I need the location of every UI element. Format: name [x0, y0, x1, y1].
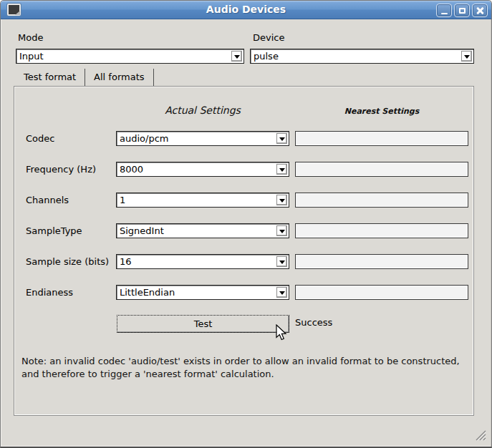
audio-devices-window: Audio Devices Mode Input Device pulse Te… — [0, 0, 492, 448]
codec-value: audio/pcm — [120, 132, 274, 145]
window-title: Audio Devices — [1, 4, 491, 15]
chevron-down-icon[interactable] — [276, 195, 287, 205]
chevron-down-icon[interactable] — [276, 287, 287, 298]
maximize-button[interactable] — [454, 4, 470, 17]
samplesize-nearest-field — [295, 254, 468, 269]
maximize-icon — [459, 8, 466, 14]
note-text: Note: an invalid codec 'audio/test' exis… — [21, 355, 469, 381]
endianess-label: Endianess — [26, 285, 73, 300]
nearest-settings-header: Nearest Settings — [295, 107, 468, 116]
endianess-nearest-field — [295, 285, 468, 300]
actual-settings-header: Actual Settings — [116, 104, 289, 116]
device-combobox[interactable]: pulse — [250, 49, 474, 64]
test-format-panel: Actual Settings Nearest Settings Codec a… — [14, 86, 474, 416]
chevron-down-icon[interactable] — [276, 225, 287, 236]
chevron-down-icon[interactable] — [276, 133, 287, 144]
frequency-label: Frequency (Hz) — [26, 162, 96, 177]
codec-nearest-field — [295, 131, 468, 146]
endianess-value: LittleEndian — [120, 286, 274, 299]
chevron-down-icon[interactable] — [276, 164, 287, 175]
mode-label: Mode — [18, 32, 43, 43]
device-label: Device — [253, 32, 284, 43]
frequency-nearest-field — [295, 162, 468, 177]
codec-label: Codec — [26, 131, 54, 146]
tab-all-formats[interactable]: All formats — [85, 69, 153, 86]
codec-combobox[interactable]: audio/pcm — [116, 131, 289, 146]
close-icon — [476, 7, 483, 14]
note-line-1: Note: an invalid codec 'audio/test' exis… — [21, 355, 469, 368]
samplesize-combobox[interactable]: 16 — [116, 254, 289, 269]
resize-grip-icon[interactable] — [473, 429, 486, 441]
frequency-combobox[interactable]: 8000 — [116, 162, 289, 177]
chevron-down-icon[interactable] — [461, 51, 472, 62]
tabbar: Test format All formats — [15, 69, 154, 86]
titlebar[interactable]: Audio Devices — [1, 1, 491, 19]
channels-combobox[interactable]: 1 — [116, 193, 289, 208]
channels-value: 1 — [120, 193, 274, 207]
samplesize-label: Sample size (bits) — [26, 254, 109, 269]
test-button[interactable]: Test — [117, 315, 289, 333]
close-button[interactable] — [472, 4, 488, 17]
sampletype-combobox[interactable]: SignedInt — [116, 223, 289, 238]
chevron-down-icon[interactable] — [276, 256, 287, 267]
sampletype-label: SampleType — [26, 223, 82, 238]
frequency-value: 8000 — [120, 162, 274, 176]
mode-value: Input — [19, 49, 229, 63]
minimize-button[interactable] — [436, 4, 452, 17]
status-label: Success — [295, 317, 332, 328]
channels-nearest-field — [295, 193, 468, 208]
endianess-combobox[interactable]: LittleEndian — [116, 285, 289, 300]
sampletype-value: SignedInt — [120, 224, 274, 238]
minimize-icon — [441, 13, 448, 14]
mode-combobox[interactable]: Input — [16, 49, 244, 64]
samplesize-value: 16 — [120, 255, 274, 268]
note-line-2: and therefore to trigger a 'nearest form… — [21, 368, 469, 381]
chevron-down-icon[interactable] — [231, 51, 242, 62]
device-value: pulse — [254, 49, 459, 63]
channels-label: Channels — [26, 193, 69, 208]
tab-test-format[interactable]: Test format — [15, 69, 85, 86]
sampletype-nearest-field — [295, 223, 468, 238]
